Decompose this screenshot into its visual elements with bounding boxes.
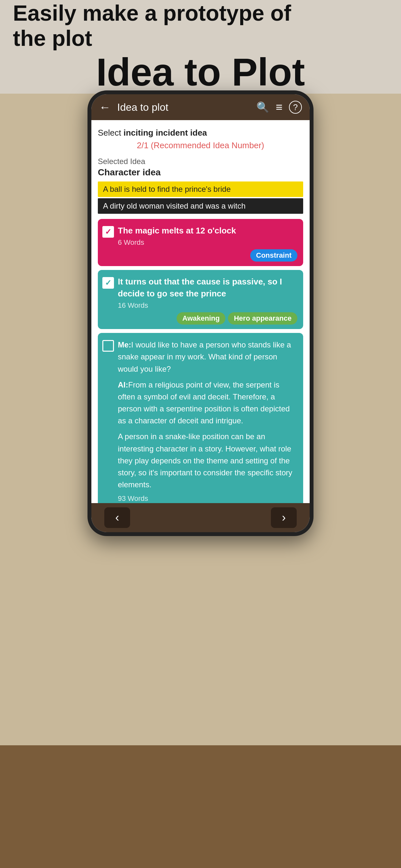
checkmark-icon: ✓ xyxy=(105,227,112,237)
tag-yellow: A ball is held to find the prince's brid… xyxy=(98,182,303,197)
card2-body: It turns out that the cause is passive, … xyxy=(118,276,297,324)
banner-title: Idea to Plot xyxy=(13,51,388,93)
ai-label: AI: xyxy=(118,380,128,389)
card3-para1-text: I would like to have a person who stands… xyxy=(118,340,291,373)
app-title: Idea to plot xyxy=(117,101,256,113)
prev-button[interactable]: ‹ xyxy=(104,507,130,528)
selected-idea-value: Character idea xyxy=(98,167,303,178)
card1-words: 6 Words xyxy=(118,238,297,247)
back-button[interactable]: ← xyxy=(99,100,111,114)
section-title: Select inciting incident idea xyxy=(98,128,303,138)
card3-body: Me:I would like to have a person who sta… xyxy=(118,339,297,503)
top-banner: Easily make a prototype of the plot Idea… xyxy=(0,0,401,94)
filter-icon[interactable]: ≡ xyxy=(276,100,282,114)
next-button[interactable]: › xyxy=(271,507,297,528)
next-icon: › xyxy=(282,511,286,524)
phone-inner: ← Idea to plot 🔍 ≡ ? Select inciting inc… xyxy=(91,94,310,532)
me-label: Me: xyxy=(118,340,131,349)
card-awakening: ✓ It turns out that the cause is passive… xyxy=(98,270,303,329)
bottom-background xyxy=(0,745,401,868)
recommended-label: 2/1 (Recommended Idea Number) xyxy=(98,141,303,151)
section-bold: inciting incident idea xyxy=(124,128,207,137)
help-icon[interactable]: ? xyxy=(289,101,302,114)
tag-constraint: Constraint xyxy=(250,249,297,261)
card-snake: Me:I would like to have a person who sta… xyxy=(98,333,303,503)
card3-para2-text: From a religious point of view, the serp… xyxy=(118,380,289,425)
card1-tags: Constraint xyxy=(118,249,297,261)
banner-subtitle: Easily make a prototype of the plot xyxy=(13,0,388,51)
card1-checkbox[interactable]: ✓ xyxy=(102,226,114,238)
search-icon[interactable]: 🔍 xyxy=(256,101,269,113)
app-bar: ← Idea to plot 🔍 ≡ ? xyxy=(91,94,310,120)
tag-black: A dirty old woman visited and was a witc… xyxy=(98,198,303,214)
section-label: Select xyxy=(98,128,124,137)
tag-hero-appearance: Hero appearance xyxy=(228,312,297,324)
card3-para2: AI:From a religious point of view, the s… xyxy=(118,379,297,427)
selected-idea-label: Selected Idea xyxy=(98,157,303,166)
card2-checkbox[interactable]: ✓ xyxy=(102,277,114,289)
card1-text: The magic melts at 12 o'clock xyxy=(118,225,297,237)
card3-words: 93 Words xyxy=(118,494,297,503)
app-bar-icons: 🔍 ≡ ? xyxy=(256,100,302,114)
tag-awakening: Awakening xyxy=(177,312,226,324)
card3-para1: Me:I would like to have a person who sta… xyxy=(118,339,297,375)
content-area: Select inciting incident idea 2/1 (Recom… xyxy=(91,120,310,503)
card2-tags: Awakening Hero appearance xyxy=(118,312,297,324)
prev-icon: ‹ xyxy=(115,511,119,524)
card3-para3: A person in a snake-like position can be… xyxy=(118,430,297,491)
card2-text: It turns out that the cause is passive, … xyxy=(118,276,297,299)
card2-words: 16 Words xyxy=(118,301,297,310)
card-constraint: ✓ The magic melts at 12 o'clock 6 Words … xyxy=(98,219,303,266)
card1-body: The magic melts at 12 o'clock 6 Words Co… xyxy=(118,225,297,261)
phone-frame: ← Idea to plot 🔍 ≡ ? Select inciting inc… xyxy=(88,90,313,536)
card3-checkbox[interactable] xyxy=(102,340,114,352)
phone-bottom-nav: ‹ › xyxy=(91,503,310,532)
checkmark2-icon: ✓ xyxy=(105,278,112,287)
